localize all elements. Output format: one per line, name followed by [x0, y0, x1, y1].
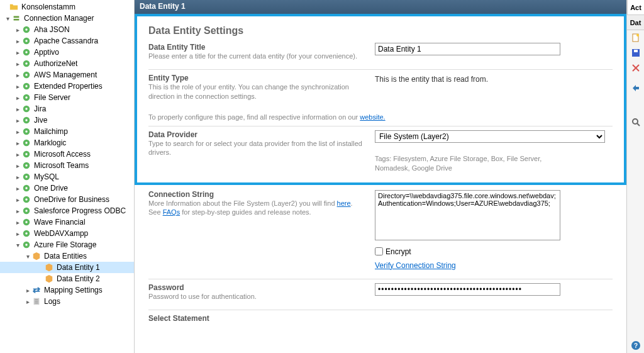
tab-act[interactable]: Act — [627, 0, 644, 15]
tree-item-mapping-settings[interactable]: ▸ Mapping Settings — [0, 284, 134, 296]
tree-item[interactable]: ▸Apache Cassandra — [0, 35, 134, 47]
chevron-right-icon[interactable]: ▸ — [14, 60, 21, 67]
gear-icon — [21, 47, 31, 57]
website-link[interactable]: website. — [360, 113, 385, 121]
data-provider-select[interactable]: File System (Layer2) — [375, 130, 605, 143]
back-button[interactable] — [627, 81, 644, 96]
tree-item-logs[interactable]: ▸ Logs — [0, 296, 134, 307]
tree-label: Mapping Settings — [43, 286, 103, 294]
tree-item[interactable]: ▸Jira — [0, 103, 134, 115]
chevron-right-icon[interactable]: ▸ — [14, 162, 21, 169]
tree-label: AuthorizeNet — [33, 59, 77, 68]
document-icon — [631, 33, 641, 43]
chevron-right-icon[interactable]: ▸ — [14, 72, 21, 79]
faqs-link[interactable]: FAQs — [163, 208, 180, 216]
chevron-right-icon[interactable]: ▸ — [14, 151, 21, 158]
tree-label: OneDrive for Business — [33, 195, 109, 204]
row-data-entity-title: Data Entity Title Please enter a title f… — [148, 43, 613, 69]
connection-string-textarea[interactable]: Directory=\\webdavdiag375.file.core.wind… — [375, 190, 560, 240]
gear-icon — [21, 194, 31, 205]
tab-dat[interactable]: Dat — [627, 15, 644, 30]
info-text: To properly configure this page, find al… — [148, 113, 360, 121]
chevron-right-icon[interactable]: ▸ — [14, 94, 21, 101]
tree-item[interactable]: ▸One Drive — [0, 182, 134, 194]
chevron-right-icon[interactable]: ▸ — [14, 174, 21, 181]
tree-item[interactable]: ▸Mailchimp — [0, 126, 134, 137]
chevron-right-icon[interactable]: ▸ — [14, 196, 21, 203]
chevron-down-icon[interactable]: ▾ — [4, 15, 11, 22]
save-button[interactable] — [627, 45, 644, 60]
gear-icon — [21, 228, 31, 238]
tree-item-data-entity-2[interactable]: Data Entity 2 — [0, 273, 134, 284]
tree-label: MySQL — [33, 172, 59, 181]
chevron-right-icon[interactable]: ▸ — [14, 26, 21, 33]
password-input[interactable] — [375, 283, 560, 296]
svg-point-31 — [25, 198, 28, 201]
chevron-right-icon[interactable]: ▸ — [24, 287, 31, 294]
chevron-right-icon[interactable]: ▸ — [14, 219, 21, 226]
chevron-right-icon[interactable]: ▸ — [14, 230, 21, 237]
tree-item[interactable]: ▸File Server — [0, 92, 134, 103]
chevron-right-icon[interactable]: ▸ — [14, 106, 21, 113]
tree-item[interactable]: ▸Aha JSON — [0, 24, 134, 35]
chevron-right-icon[interactable]: ▸ — [14, 140, 21, 147]
tree-label: Logs — [43, 297, 60, 306]
tree-connection-manager[interactable]: ▾ Connection Manager — [0, 13, 134, 24]
help-icon: ? — [631, 340, 641, 350]
chevron-right-icon[interactable]: ▸ — [14, 117, 21, 124]
here-link[interactable]: here — [337, 199, 351, 207]
search-button[interactable] — [627, 115, 644, 130]
tree-item-data-entity-1[interactable]: Data Entity 1 — [0, 262, 134, 273]
tree-item[interactable]: ▸AuthorizeNet — [0, 58, 134, 69]
svg-point-23 — [25, 153, 28, 155]
svg-point-3 — [25, 40, 28, 42]
highlighted-section: Data Entity Settings Data Entity Title P… — [135, 14, 626, 185]
field-label: Connection String — [148, 190, 362, 199]
delete-button[interactable] — [627, 60, 644, 76]
tree-item[interactable]: ▸Jive — [0, 115, 134, 126]
new-button[interactable] — [627, 30, 644, 45]
search-icon — [631, 117, 641, 127]
tree-item-azure-file-storage[interactable]: ▾ Azure File Storage — [0, 239, 134, 250]
svg-point-5 — [25, 51, 28, 53]
navigation-tree[interactable]: Konsolenstamm ▾ Connection Manager ▸Aha … — [0, 0, 135, 353]
chevron-down-icon[interactable]: ▾ — [24, 253, 31, 260]
chevron-right-icon[interactable]: ▸ — [24, 298, 31, 305]
tree-item[interactable]: ▸Microsoft Access — [0, 148, 134, 160]
gear-icon — [21, 92, 31, 103]
verify-connection-link[interactable]: Verify Connection String — [375, 261, 456, 270]
tree-item[interactable]: ▸MySQL — [0, 171, 134, 182]
section-heading: Data Entity Settings — [148, 25, 613, 36]
gear-icon — [21, 138, 31, 148]
gear-icon — [21, 36, 31, 46]
tree-item[interactable]: ▸WebDAVXampp — [0, 228, 134, 239]
chevron-right-icon[interactable]: ▸ — [14, 83, 21, 90]
chevron-right-icon[interactable]: ▸ — [14, 128, 21, 135]
tree-item[interactable]: ▸AWS Management — [0, 69, 134, 81]
chevron-right-icon[interactable]: ▸ — [14, 208, 21, 215]
chevron-right-icon[interactable]: ▸ — [14, 49, 21, 56]
provider-tags: Tags: Filesystem, Azure File Storage, Bo… — [375, 154, 576, 174]
tree-label: Data Entities — [43, 252, 87, 261]
data-entity-title-input[interactable] — [375, 43, 560, 55]
tree-item[interactable]: ▸Marklogic — [0, 137, 134, 148]
tree-item[interactable]: ▸Apptivo — [0, 47, 134, 58]
tree-root[interactable]: Konsolenstamm — [0, 1, 134, 13]
tree-item-data-entities[interactable]: ▾ Data Entities — [0, 250, 134, 262]
chevron-right-icon[interactable]: ▸ — [14, 185, 21, 192]
tree-item[interactable]: ▸Extended Properties — [0, 81, 134, 92]
tree-item[interactable]: ▸Microsoft Teams — [0, 160, 134, 171]
tree-label: Aha JSON — [33, 25, 70, 34]
field-description: More Information about the File System (… — [148, 199, 362, 217]
tree-item[interactable]: ▸Salesforce Progress ODBC — [0, 205, 134, 216]
help-button[interactable]: ? — [627, 338, 644, 353]
chevron-down-icon[interactable]: ▾ — [14, 242, 21, 249]
tree-label: Microsoft Teams — [33, 161, 89, 170]
tree-item[interactable]: ▸Wave Financial — [0, 216, 134, 228]
chevron-right-icon[interactable]: ▸ — [14, 38, 21, 45]
tree-label: Connection Manager — [23, 14, 94, 23]
encrypt-checkbox[interactable] — [375, 247, 383, 255]
svg-point-15 — [25, 108, 28, 110]
gear-icon — [21, 172, 31, 182]
tree-item[interactable]: ▸OneDrive for Business — [0, 194, 134, 205]
